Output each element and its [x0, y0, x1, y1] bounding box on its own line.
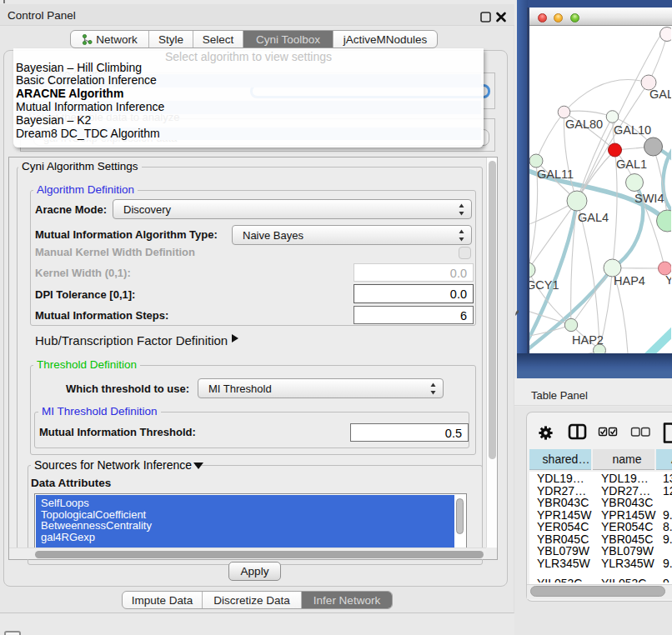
- svg-text:SWI4: SWI4: [634, 192, 664, 205]
- svg-text:GAL1: GAL1: [616, 158, 647, 171]
- svg-text:GAL11: GAL11: [537, 168, 574, 181]
- svg-text:GCY1: GCY1: [529, 278, 559, 292]
- svg-text:Y: Y: [665, 273, 671, 287]
- svg-text:HAP2: HAP2: [572, 333, 604, 347]
- svg-text:GAL10: GAL10: [614, 123, 651, 137]
- svg-text:GAL80: GAL80: [565, 118, 603, 131]
- svg-text:GAL2: GAL2: [649, 88, 671, 101]
- svg-text:HAP4: HAP4: [614, 274, 645, 288]
- svg-text:GAL4: GAL4: [578, 211, 609, 224]
